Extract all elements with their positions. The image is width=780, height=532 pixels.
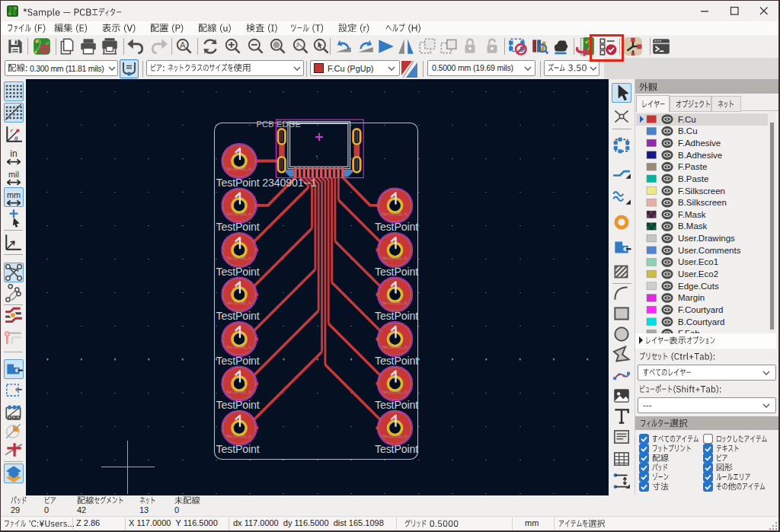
svg-text:F.Paste: F.Paste — [678, 162, 707, 171]
svg-text:in: in — [10, 148, 17, 159]
svg-text:B.Silkscreen: B.Silkscreen — [678, 198, 727, 207]
svg-text:TestPoint: TestPoint — [216, 355, 260, 367]
svg-text:TestPoint: TestPoint — [375, 443, 418, 455]
svg-text:mil: mil — [8, 170, 19, 179]
svg-text:Net-(31-DB1_A): Net-(31-DB1_A) — [227, 167, 252, 171]
svg-text:θ: θ — [14, 135, 18, 142]
svg-text:mm: mm — [6, 190, 20, 199]
svg-text:B.Mask: B.Mask — [678, 221, 708, 231]
svg-text:Net-(31-DB1_A): Net-(31-DB1_A) — [227, 256, 252, 260]
svg-text:Net-(31-DB1_A): Net-(31-DB1_A) — [382, 390, 408, 394]
svg-text:TestPoint: TestPoint — [375, 399, 418, 411]
svg-text:B.Paste: B.Paste — [678, 174, 708, 183]
svg-text:F.Courtyard: F.Courtyard — [678, 305, 723, 314]
svg-text:Net-(31-DB1_A): Net-(31-DB1_A) — [227, 390, 252, 394]
svg-text:TestPoint: TestPoint — [375, 355, 418, 367]
svg-text:Net-(31-DB1_A): Net-(31-DB1_A) — [227, 345, 252, 349]
svg-text:TestPoint: TestPoint — [216, 399, 260, 411]
svg-text:Margin: Margin — [678, 293, 705, 302]
svg-text:A: A — [180, 40, 186, 49]
svg-text:B.Cu: B.Cu — [678, 126, 698, 135]
svg-text:Net-(31-DB1_A): Net-(31-DB1_A) — [227, 301, 252, 305]
svg-text:TestPoint: TestPoint — [375, 221, 418, 233]
svg-text:B.Courtyard: B.Courtyard — [678, 317, 724, 327]
svg-text:Net-(31-DB1_A): Net-(31-DB1_A) — [382, 301, 408, 305]
svg-text:TestPoint 2340901--1: TestPoint 2340901--1 — [216, 177, 317, 189]
svg-text:Net-(31-DB1_A): Net-(31-DB1_A) — [382, 212, 408, 216]
svg-text:F.Cu: F.Cu — [678, 115, 696, 124]
svg-text:Edge.Cuts: Edge.Cuts — [678, 282, 719, 291]
svg-text:User.Eco1: User.Eco1 — [678, 257, 718, 266]
svg-text:TestPoint: TestPoint — [375, 266, 418, 278]
svg-text:TestPoint: TestPoint — [375, 310, 418, 322]
svg-text:TestPoint: TestPoint — [216, 310, 260, 322]
svg-text:User.Eco2: User.Eco2 — [678, 269, 718, 279]
svg-text:Net-(31-DB1_A): Net-(31-DB1_A) — [382, 434, 408, 438]
svg-text:F.Mask: F.Mask — [678, 210, 706, 219]
svg-text:Net-(31-DB1_A): Net-(31-DB1_A) — [227, 434, 252, 438]
svg-text:User.Comments: User.Comments — [678, 246, 741, 255]
svg-text:User.Drawings: User.Drawings — [678, 234, 735, 243]
svg-text:TestPoint: TestPoint — [216, 443, 260, 455]
svg-text:r: r — [10, 126, 13, 134]
svg-text:TestPoint: TestPoint — [216, 266, 260, 278]
svg-text:Net-(31-DB1_A): Net-(31-DB1_A) — [227, 212, 252, 216]
svg-text:TestPoint: TestPoint — [216, 221, 260, 233]
svg-text:B.Adhesive: B.Adhesive — [678, 151, 722, 160]
svg-text:F.Silkscreen: F.Silkscreen — [678, 186, 725, 196]
svg-text:F.Adhesive: F.Adhesive — [678, 139, 721, 148]
svg-text:Net-(31-DB1_A): Net-(31-DB1_A) — [382, 345, 408, 349]
svg-text:Net-(31-DB1_A): Net-(31-DB1_A) — [382, 256, 408, 260]
svg-text:PCB EDGE: PCB EDGE — [257, 119, 301, 129]
